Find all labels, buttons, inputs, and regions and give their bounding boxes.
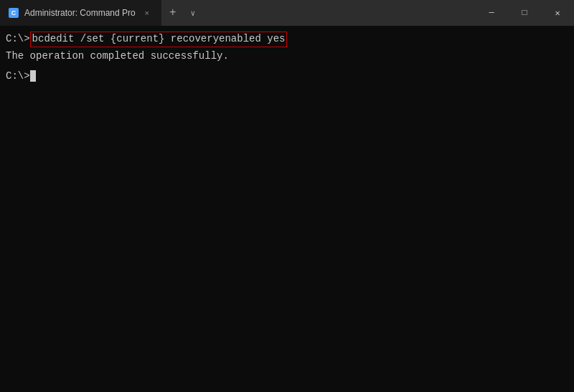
tab-title-label: Administrator: Command Pro — [24, 8, 136, 18]
terminal-body[interactable]: C:\>bcdedit /set {current} recoveryenabl… — [0, 26, 574, 392]
new-tab-button[interactable]: + — [161, 1, 184, 24]
second-prompt: C:\> — [6, 70, 30, 84]
titlebar-left: C Administrator: Command Pro × + ∨ — [0, 0, 202, 26]
titlebar: C Administrator: Command Pro × + ∨ ─ □ ✕ — [0, 0, 574, 26]
tab-command-pro[interactable]: C Administrator: Command Pro × — [0, 0, 161, 26]
maximize-button[interactable]: □ — [508, 0, 541, 26]
first-command-highlighted: bcdedit /set {current} recoveryenabled y… — [30, 32, 288, 47]
tab-icon-label: C — [11, 9, 17, 16]
first-command-line: C:\>bcdedit /set {current} recoveryenabl… — [6, 32, 568, 47]
window-controls: ─ □ ✕ — [475, 0, 574, 26]
minimize-button[interactable]: ─ — [475, 0, 508, 26]
cursor — [30, 70, 36, 82]
tab-icon: C — [9, 8, 19, 18]
window: C Administrator: Command Pro × + ∨ ─ □ ✕… — [0, 0, 574, 392]
tab-close-button[interactable]: × — [141, 7, 153, 19]
first-prompt: C:\> — [6, 32, 30, 47]
tab-dropdown-button[interactable]: ∨ — [184, 4, 202, 21]
output-line-1: The operation completed successfully. — [6, 49, 568, 64]
second-prompt-line: C:\> — [6, 70, 568, 84]
close-button[interactable]: ✕ — [541, 0, 574, 26]
